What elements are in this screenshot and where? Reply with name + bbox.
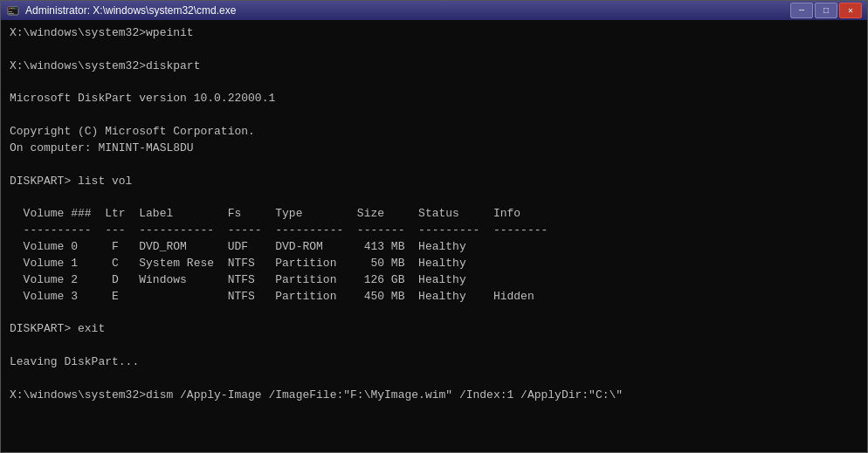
terminal-line: DISKPART> exit — [10, 321, 858, 338]
svg-point-2 — [9, 8, 10, 10]
terminal-line: DISKPART> list vol — [10, 174, 858, 190]
terminal-line — [10, 157, 858, 174]
terminal-line: Volume ### Ltr Label Fs Type Size Status… — [10, 206, 858, 223]
window-controls: ─ □ ✕ — [790, 3, 862, 18]
terminal-line: Volume 0 F DVD_ROM UDF DVD-ROM 413 MB He… — [10, 239, 858, 256]
svg-point-4 — [13, 8, 15, 10]
terminal-line: Volume 3 E NTFS Partition 450 MB Healthy… — [10, 289, 858, 305]
terminal-line: X:\windows\system32>diskpart — [10, 58, 858, 75]
terminal-line — [10, 371, 858, 388]
terminal-line — [10, 75, 858, 92]
minimize-button[interactable]: ─ — [790, 3, 813, 18]
close-button[interactable]: ✕ — [839, 3, 862, 18]
terminal-line — [10, 189, 858, 206]
terminal-line: Copyright (C) Microsoft Corporation. — [10, 124, 858, 141]
terminal-line: Volume 2 D Windows NTFS Partition 126 GB… — [10, 272, 858, 289]
svg-rect-6 — [9, 13, 14, 14]
terminal-line — [10, 107, 858, 124]
terminal-line — [10, 305, 858, 321]
terminal-line: Microsoft DiskPart version 10.0.22000.1 — [10, 91, 858, 107]
terminal-line — [10, 42, 858, 58]
cmd-window: Administrator: X:\windows\system32\cmd.e… — [0, 0, 868, 453]
terminal-line: Leaving DiskPart... — [10, 354, 858, 371]
window-icon — [6, 3, 20, 17]
terminal-line: Volume 1 C System Rese NTFS Partition 50… — [10, 256, 858, 272]
terminal-line — [10, 338, 858, 354]
terminal-line: X:\windows\system32>wpeinit — [10, 25, 858, 42]
restore-button[interactable]: □ — [815, 3, 837, 18]
terminal-line: ---------- --- ----------- ----- -------… — [10, 223, 858, 239]
window-title: Administrator: X:\windows\system32\cmd.e… — [25, 4, 790, 17]
title-bar: Administrator: X:\windows\system32\cmd.e… — [1, 1, 867, 20]
svg-rect-5 — [9, 11, 12, 12]
svg-point-3 — [11, 8, 13, 10]
terminal-line: X:\windows\system32>dism /Apply-Image /I… — [10, 388, 858, 404]
terminal-line: On computer: MININT-MASL8DU — [10, 141, 858, 157]
terminal-output[interactable]: X:\windows\system32>wpeinit X:\windows\s… — [1, 20, 867, 452]
